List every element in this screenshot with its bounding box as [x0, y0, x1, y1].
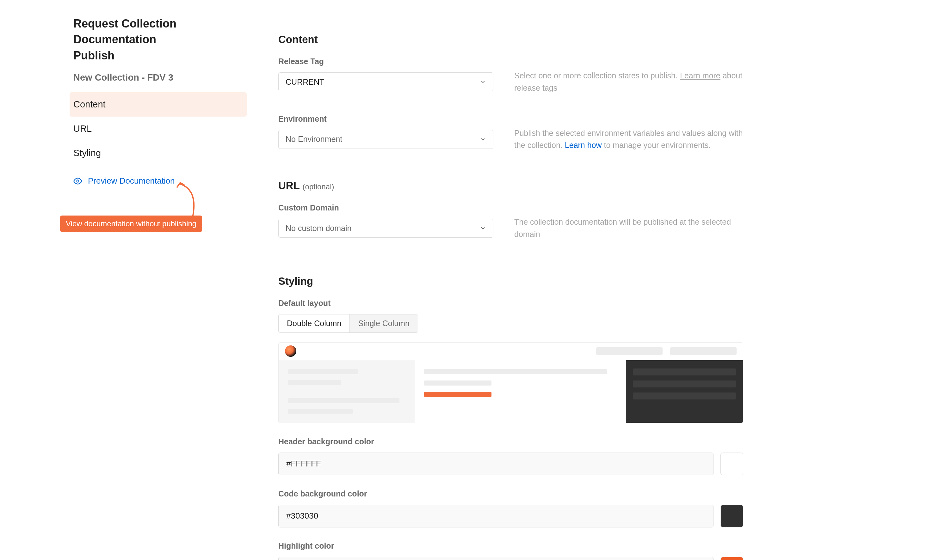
release-tag-row: Release Tag CURRENT Select one or more c… — [278, 57, 743, 94]
sidebar-item-label: Content — [73, 99, 106, 109]
learn-more-link[interactable]: Learn more — [680, 71, 720, 80]
custom-domain-label: Custom Domain — [278, 203, 493, 212]
preview-nav-placeholder — [596, 347, 663, 355]
preview-placeholder-bar — [288, 409, 353, 414]
sidebar-item-styling[interactable]: Styling — [69, 141, 247, 165]
chevron-down-icon — [480, 136, 486, 143]
release-tag-label: Release Tag — [278, 57, 493, 66]
preview-main — [415, 360, 626, 423]
highlight-row: #EF5B25 — [278, 557, 743, 560]
content-section: Content Release Tag CURRENT Select one o… — [278, 34, 743, 151]
code-bg-input[interactable]: #303030 — [278, 505, 714, 528]
custom-domain-select[interactable]: No custom domain — [278, 219, 493, 238]
layout-preview — [278, 342, 743, 423]
custom-domain-placeholder: No custom domain — [285, 224, 351, 233]
environment-placeholder: No Environment — [285, 135, 342, 144]
preview-documentation-link[interactable]: Preview Documentation — [69, 176, 179, 186]
callout-annotation: View documentation without publishing — [69, 190, 247, 232]
sidebar-item-label: URL — [73, 123, 92, 134]
page-title: Request Collection Documentation Publish — [69, 16, 247, 63]
content-heading: Content — [278, 34, 743, 46]
optional-label: (optional) — [302, 182, 334, 191]
chevron-down-icon — [480, 225, 486, 231]
collection-name: New Collection - FDV 3 — [69, 72, 247, 83]
eye-icon — [73, 177, 82, 186]
sidebar-item-content[interactable]: Content — [69, 92, 247, 117]
preview-header — [279, 343, 743, 360]
environment-row: Environment No Environment Publish the s… — [278, 114, 743, 152]
callout-badge: View documentation without publishing — [60, 215, 202, 232]
page-title-line1: Request Collection Documentation — [73, 17, 176, 46]
code-bg-label: Code background color — [278, 489, 743, 498]
header-bg-row: #FFFFFF — [278, 452, 743, 475]
preview-link-label: Preview Documentation — [88, 176, 175, 186]
preview-placeholder-bar — [288, 380, 341, 385]
sidebar-item-label: Styling — [73, 148, 101, 158]
default-layout-label: Default layout — [278, 298, 743, 308]
tab-double-column[interactable]: Double Column — [279, 314, 350, 332]
sidebar-item-url[interactable]: URL — [69, 117, 247, 141]
environment-help: Publish the selected environment variabl… — [514, 114, 743, 152]
preview-code-bar — [633, 368, 736, 375]
styling-heading: Styling — [278, 275, 743, 287]
preview-nav-placeholder — [670, 347, 737, 355]
chevron-down-icon — [480, 79, 486, 85]
preview-code — [626, 360, 743, 423]
header-bg-label: Header background color — [278, 437, 743, 446]
tab-single-column[interactable]: Single Column — [350, 314, 418, 332]
sidebar: Request Collection Documentation Publish… — [69, 16, 247, 560]
preview-placeholder-bar — [424, 369, 607, 374]
preview-placeholder-bar — [288, 369, 358, 374]
learn-how-link[interactable]: Learn how — [565, 141, 602, 149]
preview-logo-icon — [285, 345, 296, 357]
release-tag-select[interactable]: CURRENT — [278, 72, 493, 91]
main-content: Content Release Tag CURRENT Select one o… — [278, 16, 743, 560]
header-bg-swatch[interactable] — [720, 452, 743, 475]
preview-placeholder-bar — [288, 398, 399, 403]
svg-point-0 — [77, 180, 79, 182]
preview-code-bar — [633, 380, 736, 388]
custom-domain-help: The collection documentation will be pub… — [514, 203, 743, 240]
code-bg-row: #303030 — [278, 505, 743, 528]
styling-section: Styling Default layout Double Column Sin… — [278, 275, 743, 560]
release-tag-value: CURRENT — [285, 77, 324, 86]
page-title-line2: Publish — [73, 49, 114, 62]
preview-placeholder-bar — [424, 380, 492, 386]
arrow-icon — [176, 181, 204, 219]
preview-sidebar — [279, 360, 415, 423]
highlight-swatch[interactable] — [720, 557, 743, 560]
preview-highlight-bar — [424, 392, 492, 397]
url-section: URL (optional) Custom Domain No custom d… — [278, 180, 743, 240]
header-bg-input[interactable]: #FFFFFF — [278, 452, 714, 475]
code-bg-swatch[interactable] — [720, 505, 743, 528]
custom-domain-row: Custom Domain No custom domain The colle… — [278, 203, 743, 240]
url-heading: URL (optional) — [278, 180, 743, 192]
release-tag-help: Select one or more collection states to … — [514, 57, 743, 94]
sidebar-nav: Content URL Styling — [69, 92, 247, 165]
highlight-label: Highlight color — [278, 542, 743, 551]
environment-select[interactable]: No Environment — [278, 130, 493, 149]
layout-tabs: Double Column Single Column — [278, 314, 418, 333]
highlight-input[interactable]: #EF5B25 — [278, 557, 714, 560]
preview-code-bar — [633, 392, 736, 400]
environment-label: Environment — [278, 114, 493, 123]
